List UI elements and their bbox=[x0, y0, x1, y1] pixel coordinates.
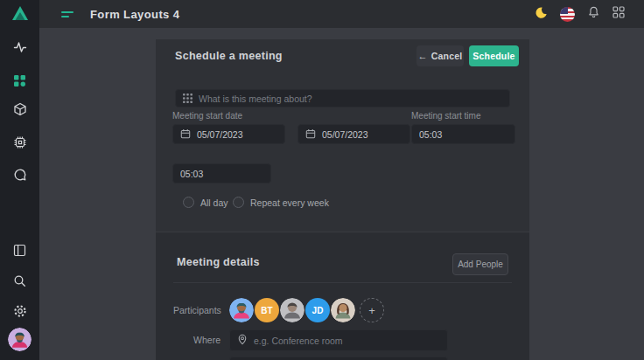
grid-icon bbox=[13, 74, 26, 87]
start-time-label: Meeting start time bbox=[411, 111, 480, 121]
checkbox-circle-icon bbox=[233, 197, 244, 208]
sidebar-item-messages[interactable] bbox=[0, 163, 39, 186]
schedule-meeting-card: Schedule a meeting ← Cancel Schedule Mee… bbox=[156, 39, 529, 360]
language-button[interactable] bbox=[560, 7, 575, 22]
schedule-label: Schedule bbox=[472, 51, 514, 61]
keypad-icon bbox=[183, 91, 192, 107]
activity-icon bbox=[13, 40, 27, 54]
sidebar-item-hardware[interactable] bbox=[0, 131, 39, 154]
plus-icon: + bbox=[368, 304, 375, 317]
app-logo[interactable] bbox=[0, 3, 39, 26]
meeting-time-section: Meeting start date Meeting start time bbox=[156, 73, 529, 232]
header-actions bbox=[535, 5, 625, 23]
bell-icon bbox=[587, 5, 600, 23]
chat-bubble-icon bbox=[13, 168, 27, 182]
us-flag-icon bbox=[560, 7, 575, 22]
search-icon bbox=[13, 274, 26, 287]
start-date-input[interactable] bbox=[197, 129, 277, 140]
card-title: Schedule a meeting bbox=[175, 39, 283, 73]
where-input[interactable] bbox=[254, 336, 440, 346]
end-time-field[interactable] bbox=[172, 163, 271, 183]
checkbox-circle-icon bbox=[183, 197, 194, 208]
sidebar bbox=[0, 0, 39, 360]
participant-avatar bbox=[331, 298, 355, 322]
layout-panel-icon bbox=[13, 244, 26, 257]
start-time-field[interactable] bbox=[411, 124, 515, 144]
chip-icon bbox=[13, 135, 27, 149]
start-date-field[interactable] bbox=[172, 124, 285, 144]
cancel-label: Cancel bbox=[431, 51, 463, 61]
where-label: Where bbox=[173, 335, 220, 345]
end-date-input[interactable] bbox=[322, 129, 402, 140]
participant-avatar: JD bbox=[305, 298, 330, 322]
calendar-icon bbox=[180, 127, 191, 142]
section-divider bbox=[173, 282, 512, 283]
end-date-field[interactable] bbox=[298, 124, 410, 144]
top-header: Form Layouts 4 bbox=[39, 0, 644, 28]
sidebar-item-layouts[interactable] bbox=[0, 69, 39, 92]
moon-icon bbox=[535, 6, 548, 23]
participants-label: Participants bbox=[173, 305, 220, 315]
participant-initials: JD bbox=[312, 306, 324, 315]
add-participant-button[interactable]: + bbox=[360, 298, 384, 322]
sidebar-item-search[interactable] bbox=[0, 269, 39, 292]
apps-button[interactable] bbox=[612, 6, 625, 22]
logo-icon bbox=[11, 5, 29, 24]
participant-avatar bbox=[229, 298, 254, 322]
theme-toggle-button[interactable] bbox=[535, 6, 548, 23]
menu-toggle-button[interactable] bbox=[61, 11, 74, 17]
end-time-input[interactable] bbox=[180, 169, 263, 179]
notifications-button[interactable] bbox=[587, 5, 600, 23]
sidebar-item-settings[interactable] bbox=[0, 300, 39, 322]
user-avatar[interactable] bbox=[8, 328, 32, 351]
where-field[interactable] bbox=[229, 329, 448, 351]
gear-icon bbox=[13, 304, 27, 318]
card-header: Schedule a meeting ← Cancel Schedule bbox=[156, 39, 529, 73]
details-title: Meeting details bbox=[177, 256, 260, 268]
location-pin-icon bbox=[237, 333, 248, 349]
start-date-label: Meeting start date bbox=[172, 111, 242, 121]
sidebar-item-panel[interactable] bbox=[0, 239, 39, 261]
participant-avatar bbox=[280, 298, 304, 322]
all-day-checkbox[interactable]: All day bbox=[183, 197, 228, 208]
cube-icon bbox=[13, 102, 27, 116]
menu-icon bbox=[61, 11, 74, 17]
page-title: Form Layouts 4 bbox=[90, 8, 179, 21]
apps-grid-icon bbox=[612, 6, 625, 22]
meeting-details-section: Meeting details Add People Participants bbox=[156, 232, 529, 360]
schedule-button[interactable]: Schedule bbox=[469, 45, 519, 66]
add-people-label: Add People bbox=[458, 260, 503, 269]
app-root: { "header": { "title": "Form Layouts 4" … bbox=[0, 0, 644, 360]
sidebar-item-components[interactable] bbox=[0, 98, 39, 121]
repeat-weekly-checkbox[interactable]: Repeat every week bbox=[233, 197, 329, 208]
start-time-input[interactable] bbox=[419, 129, 508, 140]
meeting-about-input[interactable] bbox=[199, 93, 502, 104]
meeting-about-field[interactable] bbox=[175, 89, 510, 107]
calendar-icon bbox=[305, 127, 316, 142]
next-field-partial[interactable] bbox=[229, 357, 448, 360]
all-day-label: All day bbox=[200, 197, 228, 208]
participant-avatar: BT bbox=[255, 298, 279, 322]
participants-list: BT JD bbox=[229, 298, 384, 322]
repeat-weekly-label: Repeat every week bbox=[250, 197, 329, 208]
cancel-button[interactable]: ← Cancel bbox=[416, 45, 464, 66]
participant-initials: BT bbox=[261, 306, 272, 315]
sidebar-item-activity[interactable] bbox=[0, 36, 39, 59]
back-arrow-icon: ← bbox=[418, 51, 428, 61]
add-people-button[interactable]: Add People bbox=[452, 253, 508, 275]
